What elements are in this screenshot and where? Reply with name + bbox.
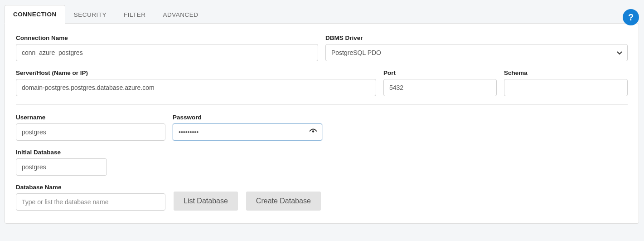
help-button[interactable]: ? xyxy=(623,9,639,25)
tab-filter[interactable]: FILTER xyxy=(115,5,155,24)
port-label: Port xyxy=(383,69,497,76)
connection-name-input[interactable] xyxy=(16,44,318,61)
dbms-driver-label: DBMS Driver xyxy=(325,34,628,41)
database-name-input[interactable] xyxy=(16,193,165,211)
port-input[interactable] xyxy=(383,79,497,96)
server-host-input[interactable] xyxy=(16,79,376,96)
divider xyxy=(16,104,628,105)
tab-advanced[interactable]: ADVANCED xyxy=(155,5,207,24)
username-label: Username xyxy=(16,114,165,121)
schema-label: Schema xyxy=(504,69,628,76)
connection-name-label: Connection Name xyxy=(16,34,318,41)
connection-panel: Connection Name DBMS Driver PostgreSQL P… xyxy=(5,23,639,224)
server-host-label: Server/Host (Name or IP) xyxy=(16,69,376,76)
create-database-button[interactable]: Create Database xyxy=(246,192,321,211)
eye-icon[interactable] xyxy=(309,128,318,137)
tab-security[interactable]: SECURITY xyxy=(65,5,115,24)
password-label: Password xyxy=(173,114,322,121)
tab-connection[interactable]: CONNECTION xyxy=(5,5,65,24)
dbms-driver-select[interactable]: PostgreSQL PDO xyxy=(325,44,628,61)
schema-input[interactable] xyxy=(504,79,628,96)
initial-database-label: Initial Database xyxy=(16,149,107,156)
initial-database-input[interactable] xyxy=(16,158,107,176)
tab-bar: CONNECTION SECURITY FILTER ADVANCED ? xyxy=(5,5,639,23)
list-database-button[interactable]: List Database xyxy=(174,192,238,211)
database-name-label: Database Name xyxy=(16,184,165,191)
password-input[interactable] xyxy=(173,123,322,141)
username-input[interactable] xyxy=(16,123,165,141)
svg-point-0 xyxy=(312,130,314,132)
